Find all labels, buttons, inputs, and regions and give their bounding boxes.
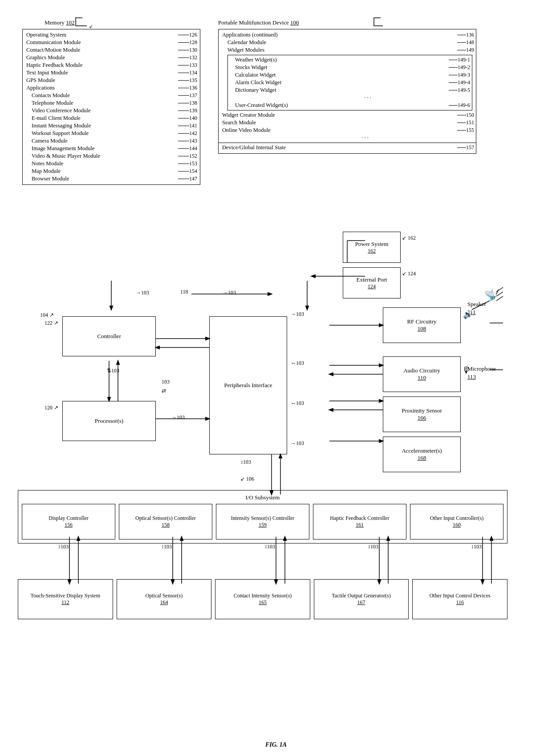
- conn-103-ctrl-proc: ⇅103: [107, 368, 119, 374]
- calendar-num: 148: [466, 39, 476, 46]
- sensor-tactile: Tactile Output Generator(s) 167: [314, 579, 409, 619]
- pmd-dots: · · ·: [219, 135, 476, 141]
- conn-103-proc-peri: →103: [171, 414, 185, 421]
- audio-circuitry-box: Audio Circuitry 110: [383, 356, 461, 392]
- external-port-box: External Port 124: [343, 267, 401, 298]
- io-subsystem: I/O Subsystem Display Controller 156 Opt…: [18, 490, 507, 544]
- memory-section: Memory 102 ↙ Operating System 126 Commun…: [22, 29, 200, 185]
- camera-label: Camera Module: [23, 138, 178, 144]
- browser-label: Browser Module: [23, 176, 178, 182]
- io-optical-controller: Optical Sensor(s) Controller 158: [119, 504, 212, 539]
- memory-arrow: ↙: [89, 24, 93, 29]
- alarm-num: 149-4: [458, 79, 472, 86]
- audio-label: Audio Circuitry: [403, 367, 440, 374]
- io-title: I/O Subsystem: [22, 494, 503, 501]
- fig-caption: FIG. 1A: [18, 741, 534, 748]
- conn-104-label: 104 ↗: [40, 312, 54, 319]
- memory-row-os: Operating System 126: [23, 31, 200, 39]
- pmd-row-widget-creator: Widget Creator Module 150: [219, 111, 476, 119]
- proximity-label: Proximity Sensor: [402, 407, 442, 414]
- memory-row-map: Map Module 154: [23, 168, 200, 175]
- peripherals-label: Peripherals Interface: [224, 382, 272, 389]
- power-system-ref: 162: [355, 248, 389, 254]
- contact-label: Contact/Motion Module: [23, 47, 178, 53]
- map-label: Map Module: [23, 168, 178, 175]
- calc-label: Calculator Widget: [228, 72, 449, 78]
- sensors-row: Touch-Sensitive Display System 112 Optic…: [18, 579, 507, 619]
- other-ctrl-ref: 160: [430, 522, 484, 528]
- map-num: 154: [189, 168, 200, 175]
- pmd-row-online-video: Online Video Module 155: [219, 127, 476, 134]
- notes-label: Notes Module: [23, 160, 178, 167]
- image-mgmt-label: Image Management Module: [23, 145, 178, 152]
- widget-user-created: User-Created Widget(s) 149-6: [228, 102, 472, 109]
- widget-modules-label: Widget Modules: [219, 47, 457, 53]
- memory-row-video-music: Video & Music Player Module 152: [23, 152, 200, 160]
- pmd-box: Applications (continued) 136 Calendar Mo…: [218, 29, 476, 154]
- power-ref-arrow: ↙ 162: [402, 235, 416, 241]
- video-music-num: 152: [189, 153, 200, 159]
- io-display-controller: Display Controller 156: [22, 504, 115, 539]
- conn-103-audio: ↔103: [291, 360, 304, 367]
- other-input-label: Other Input Control Devices: [430, 593, 491, 599]
- audio-ref: 110: [403, 374, 440, 381]
- external-port-ref: 124: [357, 283, 387, 290]
- sensor-touch-display: Touch-Sensitive Display System 112: [18, 579, 113, 619]
- memory-row-contact: Contact/Motion Module 130: [23, 46, 200, 54]
- widget-modules-num: 149: [466, 47, 476, 53]
- weather-num: 149-1: [458, 57, 472, 63]
- proximity-sensor-box: Proximity Sensor 166: [383, 396, 461, 432]
- haptic-label: Haptic Feedback Module: [23, 62, 178, 69]
- comm-num: 128: [189, 39, 200, 46]
- controller-box: Controller: [62, 316, 156, 356]
- memory-row-comm: Communication Module 128: [23, 39, 200, 46]
- user-created-label: User-Created Widget(s): [228, 102, 449, 109]
- widget-dots-label: · · ·: [228, 94, 472, 101]
- os-label: Operating System: [23, 32, 178, 38]
- image-mgmt-num: 144: [189, 145, 200, 152]
- search-module-label: Search Module: [219, 119, 457, 126]
- intensity-sensor-ref: 165: [234, 599, 292, 606]
- text-num: 134: [189, 69, 200, 76]
- display-ctrl-ref: 156: [49, 522, 89, 528]
- rf-label: RF Circuitry: [407, 318, 436, 325]
- online-video-num: 155: [466, 127, 476, 134]
- contacts-num: 137: [189, 92, 200, 99]
- proximity-ref: 166: [402, 414, 442, 421]
- conn-103-mid: →103: [223, 290, 236, 296]
- browser-num: 147: [189, 176, 200, 182]
- sensors-row-container: Touch-Sensitive Display System 112 Optic…: [18, 579, 507, 619]
- speaker-label: Speaker: [467, 301, 486, 308]
- other-ctrl-label: Other Input Controller(s): [430, 515, 484, 522]
- email-label: E-mail Client Module: [23, 115, 178, 122]
- widget-dots: · · ·: [228, 94, 472, 102]
- text-label: Text Input Module: [23, 69, 178, 76]
- memory-row-apps: Applications 136: [23, 84, 200, 92]
- memory-row-video-conf: Video Conference Module 139: [23, 107, 200, 114]
- memory-box: Operating System 126 Communication Modul…: [22, 29, 200, 185]
- conn-103-peri-ctrl: ⇄: [162, 388, 166, 394]
- io-intensity-controller: Intensity Sensor(s) Controller 159: [216, 504, 309, 539]
- tactile-label: Tactile Output Generator(s): [332, 593, 390, 599]
- optical-sensor-ref: 164: [146, 599, 183, 606]
- haptic-ctrl-ref: 161: [330, 522, 389, 528]
- sensor-optical: Optical Sensor(s) 164: [117, 579, 212, 619]
- io-haptic-controller: Haptic Feedback Controller 161: [313, 504, 406, 539]
- accel-label: Accelerometer(s): [402, 447, 442, 454]
- power-system-label: Power System: [355, 241, 389, 248]
- video-music-label: Video & Music Player Module: [23, 153, 178, 159]
- phone-num: 138: [189, 100, 200, 106]
- weather-label: Weather Widget(s): [228, 57, 449, 63]
- conn-106: ↙ 106: [240, 476, 254, 482]
- memory-row-email: E-mail Client Module 140: [23, 114, 200, 122]
- optical-sensor-label: Optical Sensor(s): [146, 593, 183, 599]
- intensity-ctrl-ref: 159: [231, 522, 295, 528]
- memory-row-haptic: Haptic Feedback Module 133: [23, 61, 200, 69]
- pmd-row-calendar: Calendar Module 148: [219, 39, 476, 46]
- pmd-row-device-state: Device/Global Internal State 157: [219, 143, 476, 151]
- touch-display-label: Touch-Sensitive Display System: [31, 593, 100, 599]
- widget-dict: Dictionary Widget 149-5: [228, 86, 472, 94]
- optical-ctrl-ref: 158: [135, 522, 196, 528]
- stocks-label: Stocks Widget: [228, 64, 449, 71]
- widget-weather: Weather Widget(s) 149-1: [228, 56, 472, 64]
